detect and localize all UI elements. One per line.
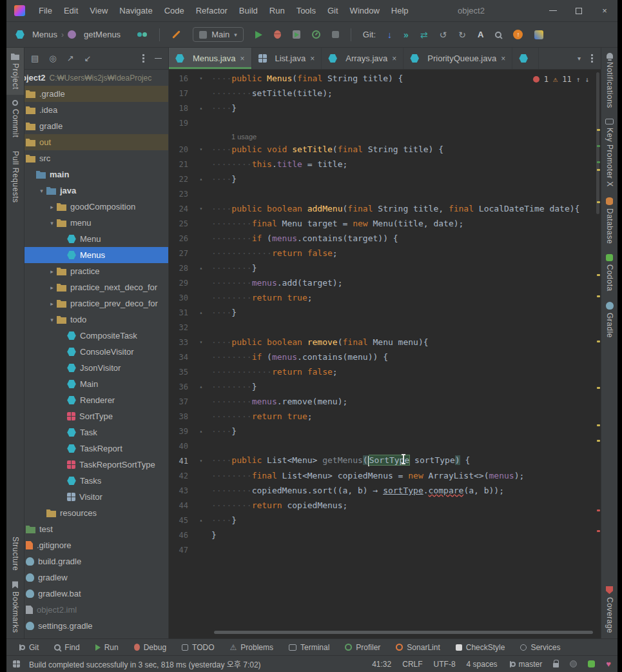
error-stripe-mark[interactable]: [597, 295, 600, 297]
error-stripe-mark[interactable]: [597, 201, 600, 203]
tool-button-bookmarks[interactable]: Bookmarks: [6, 576, 24, 638]
prev-issue-icon[interactable]: ↑: [576, 75, 581, 84]
tree-item-resources[interactable]: resources: [24, 505, 168, 521]
tree-root[interactable]: object2 C:₩Users₩is2js₩IdeaProjec: [24, 70, 168, 86]
profiler-button[interactable]: [312, 30, 320, 39]
hide-panel-icon[interactable]: [155, 58, 162, 59]
line-number[interactable]: 19: [169, 119, 196, 128]
line-separator[interactable]: CRLF: [402, 660, 422, 669]
collapse-all-icon[interactable]: ↙: [84, 54, 92, 63]
chevron-right-icon[interactable]: ▸: [47, 284, 57, 291]
line-number[interactable]: 23: [169, 190, 196, 199]
tool-window-button-problems[interactable]: ⚠Problems: [230, 643, 273, 652]
menu-build[interactable]: Build: [233, 0, 264, 22]
error-stripe-mark[interactable]: [597, 530, 600, 532]
line-number[interactable]: 40: [169, 442, 196, 451]
breadcrumb-menus[interactable]: Menus: [15, 30, 57, 39]
close-icon[interactable]: ×: [240, 54, 244, 63]
fold-marker[interactable]: ▴: [196, 176, 206, 182]
chevron-right-icon[interactable]: ▸: [47, 301, 57, 307]
run-with-coverage-button[interactable]: [293, 30, 300, 39]
tree-item-main[interactable]: main: [24, 166, 168, 183]
fold-marker[interactable]: ▴: [196, 384, 206, 390]
line-number[interactable]: 42: [169, 471, 196, 480]
chevron-right-icon[interactable]: ▸: [47, 204, 57, 210]
error-stripe-mark[interactable]: [597, 440, 600, 442]
tree-item-goodcomposition[interactable]: ▸goodComposition: [24, 199, 168, 215]
tree-item-practice[interactable]: ▸practice: [24, 263, 168, 279]
file-encoding[interactable]: UTF-8: [434, 660, 456, 669]
run-configuration-select[interactable]: Main ▾: [193, 27, 244, 42]
fold-marker[interactable]: ▴: [196, 310, 206, 315]
fetch-icon[interactable]: ⇄: [420, 30, 428, 39]
search-everywhere-icon[interactable]: [495, 32, 501, 38]
more-tabs-icon[interactable]: [591, 54, 593, 63]
tab-Arrays.java[interactable]: Arrays.java×: [322, 48, 403, 69]
chevron-right-icon[interactable]: ▸: [47, 268, 57, 275]
tree-item-.gradle[interactable]: .gradle: [24, 86, 168, 102]
error-stripe-mark[interactable]: [597, 341, 600, 342]
plugin-icon[interactable]: [534, 30, 543, 39]
line-number[interactable]: 17: [169, 89, 196, 98]
error-stripe-mark[interactable]: [597, 161, 600, 163]
tool-button-project[interactable]: Project: [6, 48, 24, 95]
tool-windows-icon[interactable]: [13, 660, 20, 667]
lock-icon[interactable]: [553, 663, 559, 667]
menu-help[interactable]: Help: [385, 0, 414, 22]
menu-navigate[interactable]: Navigate: [113, 0, 158, 22]
vertical-scrollbar[interactable]: [596, 72, 599, 214]
tree-item-build.gradle[interactable]: build.gradle: [24, 553, 168, 569]
tree-item-visitor[interactable]: Visitor: [24, 489, 168, 505]
tool-window-button-todo[interactable]: TODO: [182, 643, 214, 652]
tool-window-button-terminal[interactable]: Terminal: [289, 643, 329, 652]
run-button[interactable]: [255, 31, 262, 39]
fold-marker[interactable]: ▾: [196, 75, 206, 81]
fold-marker[interactable]: ▴: [196, 105, 206, 111]
tree-item-taskreportsorttype[interactable]: TaskReportSortType: [24, 457, 168, 473]
tool-window-button-find[interactable]: Find: [54, 643, 79, 652]
line-number[interactable]: 45: [169, 516, 196, 525]
tree-item-renderer[interactable]: Renderer: [24, 392, 168, 408]
push-icon[interactable]: »: [403, 30, 409, 39]
tool-button-commit[interactable]: Commit: [6, 95, 24, 143]
next-issue-icon[interactable]: ↓: [585, 75, 589, 84]
tool-window-button-run[interactable]: Run: [95, 643, 119, 652]
project-view-options-icon[interactable]: ▤: [31, 54, 39, 63]
tree-item-.gitignore[interactable]: .gitignore: [24, 537, 168, 553]
tool-button-coverage[interactable]: Coverage: [601, 581, 617, 638]
line-number[interactable]: 34: [169, 353, 196, 362]
tree-item-test[interactable]: test: [24, 521, 168, 537]
fold-marker[interactable]: ▾: [196, 206, 206, 212]
tree-item-settings.gradle[interactable]: settings.gradle: [24, 618, 168, 634]
line-number[interactable]: 33: [169, 338, 196, 347]
tool-window-button-services[interactable]: Services: [520, 643, 560, 652]
line-number[interactable]: 47: [169, 546, 196, 555]
menu-refactor[interactable]: Refactor: [190, 0, 233, 22]
tool-window-button-debug[interactable]: Debug: [134, 643, 166, 652]
line-number[interactable]: 39: [169, 427, 196, 436]
fold-marker[interactable]: ▾: [196, 146, 206, 152]
close-button[interactable]: ×: [592, 0, 617, 21]
line-number[interactable]: 25: [169, 219, 196, 228]
heart-icon[interactable]: ♥: [606, 659, 611, 669]
fold-marker[interactable]: ▴: [196, 428, 206, 434]
chevron-down-icon[interactable]: ▾: [47, 220, 57, 226]
error-stripe-mark[interactable]: [597, 129, 600, 131]
chevron-down-icon[interactable]: ▾: [47, 317, 57, 323]
menu-tools[interactable]: Tools: [291, 0, 322, 22]
tree-item-gradlew.bat[interactable]: gradlew.bat: [24, 586, 168, 602]
menu-code[interactable]: Code: [159, 0, 190, 22]
tree-item-practice_next_deco_for[interactable]: ▸practice_next_deco_for: [24, 279, 168, 295]
line-number[interactable]: 35: [169, 368, 196, 377]
translate-icon[interactable]: A: [478, 30, 483, 39]
tree-item-taskreport[interactable]: TaskReport: [24, 440, 168, 457]
error-stripe-mark[interactable]: [597, 274, 600, 276]
line-number[interactable]: 36: [169, 382, 196, 391]
close-icon[interactable]: ×: [392, 54, 396, 63]
menu-file[interactable]: File: [33, 0, 58, 22]
chevron-down-icon[interactable]: ▾: [37, 188, 46, 194]
ide-update-icon[interactable]: ↑: [513, 30, 523, 39]
close-icon[interactable]: ×: [310, 54, 315, 63]
tool-button-pull-requests[interactable]: Pull Requests: [6, 143, 24, 208]
tab-pinned[interactable]: [512, 48, 539, 69]
